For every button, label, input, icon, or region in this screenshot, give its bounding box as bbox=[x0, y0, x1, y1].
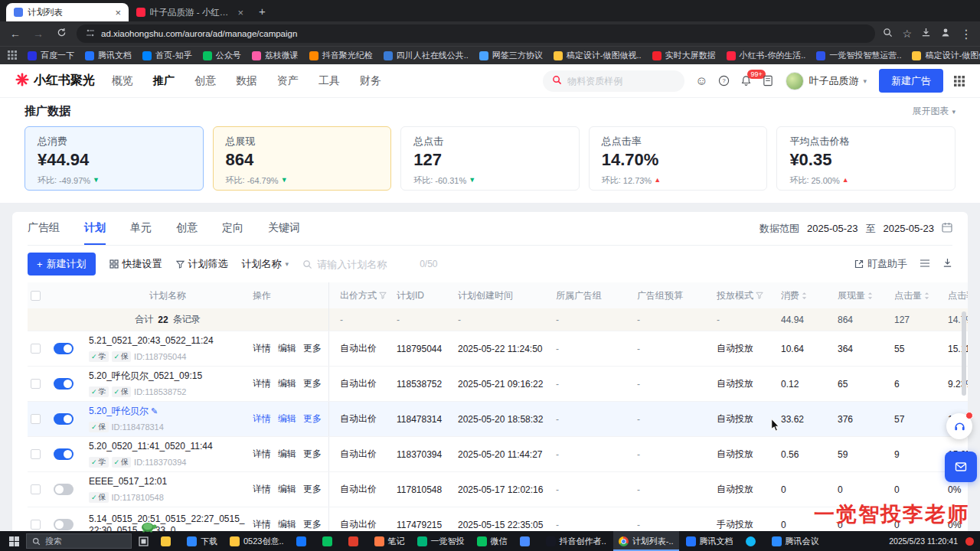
plan-filter-button[interactable]: 计划筛选 bbox=[176, 257, 228, 271]
monitor-assistant-button[interactable]: 盯盘助手 bbox=[854, 257, 907, 271]
plan-name[interactable]: EEEE_0517_12:01 bbox=[89, 476, 167, 487]
site-info-icon[interactable] bbox=[86, 27, 95, 41]
taskbar-app-yijue[interactable]: 一觉智投 bbox=[412, 531, 470, 551]
header-search[interactable] bbox=[543, 70, 684, 92]
column-spend[interactable]: 消费 bbox=[781, 289, 838, 302]
action-more[interactable]: 更多 bbox=[303, 342, 322, 355]
browser-tab-search[interactable]: 叶子品质游 - 小红书搜索 × bbox=[129, 3, 251, 21]
plan-status-toggle[interactable] bbox=[54, 519, 74, 530]
nav-promotion[interactable]: 推广 bbox=[153, 74, 175, 88]
tab-unit[interactable]: 单元 bbox=[130, 212, 152, 245]
action-edit[interactable]: 编辑 bbox=[278, 377, 296, 390]
action-edit[interactable]: 编辑 bbox=[278, 483, 296, 496]
tab-keywords[interactable]: 关键词 bbox=[268, 212, 300, 245]
action-detail[interactable]: 详情 bbox=[253, 483, 271, 496]
bookmark-item[interactable]: 百度一下 bbox=[28, 50, 74, 61]
taskbar-app-chrome-plans[interactable]: 计划列表-.. bbox=[613, 531, 679, 551]
bookmark-item[interactable]: 荔枝微课 bbox=[252, 50, 299, 61]
plan-name[interactable]: 5.14_0515_20:51_0515_22:27_0515_22:30_05… bbox=[89, 514, 247, 532]
action-more[interactable]: 更多 bbox=[303, 377, 322, 390]
action-edit[interactable]: 编辑 bbox=[278, 448, 296, 461]
select-all-checkbox[interactable] bbox=[31, 291, 41, 301]
taskbar-app-wps[interactable] bbox=[343, 531, 368, 551]
bookmark-item[interactable]: 腾讯文档 bbox=[85, 50, 132, 61]
plan-status-toggle[interactable] bbox=[54, 378, 74, 390]
stat-card-impressions[interactable]: 总展现 864 环比:-64.79% bbox=[213, 126, 392, 191]
journal-icon[interactable] bbox=[763, 75, 773, 86]
zoom-search-icon[interactable] bbox=[883, 27, 893, 41]
message-center-button[interactable] bbox=[945, 452, 977, 482]
bookmark-star-icon[interactable]: ☆ bbox=[902, 28, 912, 40]
nav-assets[interactable]: 资产 bbox=[277, 74, 299, 88]
column-delivery-mode[interactable]: 投放模式 bbox=[717, 289, 781, 302]
tab-plan[interactable]: 计划 bbox=[84, 212, 106, 245]
bookmark-item[interactable]: 公众号 bbox=[203, 50, 241, 61]
tray-notification-badge[interactable] bbox=[965, 537, 974, 546]
back-button[interactable]: ← bbox=[8, 28, 23, 40]
action-more[interactable]: 更多 bbox=[303, 518, 322, 531]
action-detail[interactable]: 详情 bbox=[253, 518, 271, 531]
column-ctr[interactable]: 点击率 bbox=[948, 289, 968, 302]
taskbar-app-explorer[interactable] bbox=[155, 531, 180, 551]
edit-pencil-icon[interactable]: ✎ bbox=[151, 406, 158, 416]
column-impressions[interactable]: 展现量 bbox=[838, 289, 894, 302]
action-detail[interactable]: 详情 bbox=[253, 342, 271, 355]
plan-name[interactable]: 5.20_0520_11:41_0520_11:44 bbox=[89, 441, 213, 452]
bookmark-item[interactable]: 稿定设计-做图做视.. bbox=[912, 50, 980, 61]
app-grid-icon[interactable] bbox=[954, 76, 965, 86]
plan-status-toggle[interactable] bbox=[54, 413, 74, 425]
url-input[interactable] bbox=[101, 29, 866, 38]
calendar-icon[interactable] bbox=[942, 222, 952, 235]
stat-card-avg-cpc[interactable]: 平均点击价格 ¥0.35 环比:25.00% bbox=[776, 126, 956, 191]
nav-creative[interactable]: 创意 bbox=[194, 74, 216, 88]
new-plan-button[interactable]: +新建计划 bbox=[28, 253, 96, 276]
stat-card-clicks[interactable]: 总点击 127 环比:-60.31% bbox=[400, 126, 580, 191]
taskbar-app-qq[interactable] bbox=[740, 531, 765, 551]
notification-bell-icon[interactable]: 99+ bbox=[740, 75, 752, 86]
tab-creative[interactable]: 创意 bbox=[176, 212, 198, 245]
plan-status-toggle[interactable] bbox=[54, 484, 74, 495]
plan-name[interactable]: 5.20_呼伦贝尔_0521_09:15 bbox=[89, 370, 202, 382]
action-edit[interactable]: 编辑 bbox=[278, 412, 296, 425]
stat-card-ctr[interactable]: 总点击率 14.70% 环比:12.73% bbox=[589, 126, 768, 191]
customer-service-button[interactable] bbox=[946, 413, 972, 439]
tab-close-icon[interactable]: × bbox=[237, 7, 243, 18]
apps-grid-icon[interactable] bbox=[8, 51, 17, 61]
action-detail[interactable]: 详情 bbox=[253, 377, 271, 390]
refresh-button[interactable] bbox=[54, 28, 69, 40]
quick-settings-button[interactable]: 快捷设置 bbox=[109, 257, 162, 271]
brand-logo[interactable]: 小红书聚光 bbox=[15, 73, 95, 90]
nav-overview[interactable]: 概览 bbox=[112, 74, 133, 88]
bookmark-item[interactable]: 稿定设计-做图做视.. bbox=[554, 50, 642, 61]
bookmark-item[interactable]: 一觉智投智慧运营.. bbox=[816, 50, 901, 61]
tab-targeting[interactable]: 定向 bbox=[222, 212, 243, 245]
forward-button[interactable]: → bbox=[31, 28, 46, 40]
taskbar-search[interactable]: 搜索 bbox=[26, 533, 132, 549]
new-ad-button[interactable]: 新建广告 bbox=[879, 69, 943, 93]
address-bar[interactable] bbox=[77, 24, 875, 43]
date-end[interactable]: 2025-05-23 bbox=[884, 223, 935, 234]
taskbar-app-wecom[interactable] bbox=[514, 531, 539, 551]
taskbar-app-wechat[interactable]: 微信 bbox=[472, 531, 513, 551]
plan-status-toggle[interactable] bbox=[54, 448, 74, 460]
row-checkbox[interactable] bbox=[31, 520, 41, 530]
start-button[interactable] bbox=[3, 531, 24, 551]
bookmark-item[interactable]: 四川人社在线公共.. bbox=[384, 50, 469, 61]
plan-name[interactable]: 5.20_呼伦贝尔✎ bbox=[89, 406, 158, 417]
taskbar-app-creative-folder[interactable]: 0523创意.. bbox=[224, 531, 289, 551]
bookmark-item[interactable]: 网签三方协议 bbox=[479, 50, 543, 61]
row-checkbox[interactable] bbox=[31, 344, 41, 354]
taskbar-clock[interactable]: 2025/5/23 11:20:41 bbox=[889, 536, 964, 546]
nav-tools[interactable]: 工具 bbox=[318, 74, 340, 88]
table-scrollbar[interactable] bbox=[962, 311, 966, 396]
row-checkbox[interactable] bbox=[31, 414, 41, 424]
taskbar-app-douyin-creator[interactable]: 抖音创作者.. bbox=[541, 531, 612, 551]
tab-ad-group[interactable]: 广告组 bbox=[28, 212, 60, 245]
plan-name[interactable]: 5.21_0521_20:43_0522_11:24 bbox=[89, 335, 214, 347]
expand-chart-button[interactable]: 展开图表 ▾ bbox=[912, 105, 956, 118]
taskbar-app-green[interactable] bbox=[317, 531, 341, 551]
account-menu[interactable]: 叶子品质游 ▾ bbox=[786, 72, 867, 90]
browser-tab-plans[interactable]: 计划列表 × bbox=[6, 3, 129, 21]
help-icon[interactable]: ? bbox=[718, 75, 730, 86]
column-settings-icon[interactable] bbox=[920, 259, 930, 270]
